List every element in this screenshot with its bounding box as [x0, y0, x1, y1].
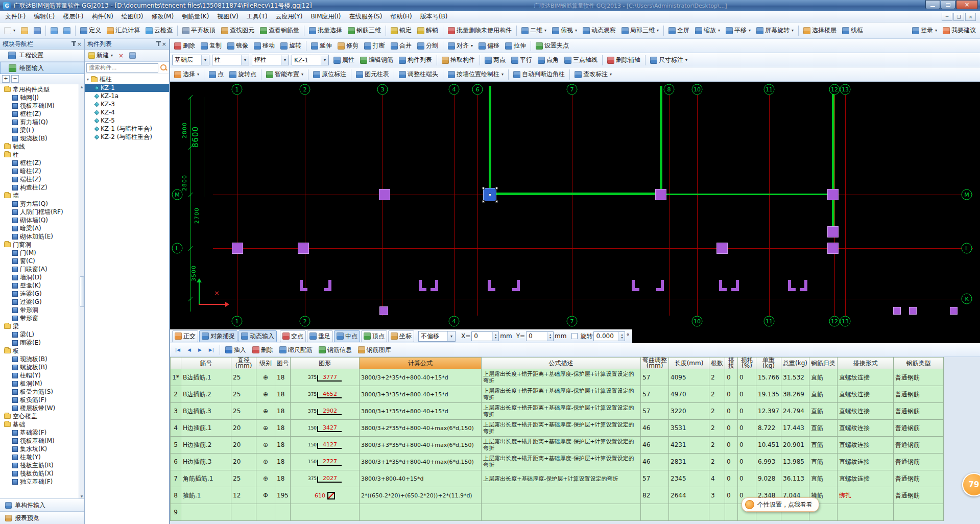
cell-bar-class[interactable]: 直筋 — [809, 437, 838, 454]
cell-figure[interactable]: 1504127 — [291, 437, 360, 454]
cell-bar-class[interactable]: 直筋 — [809, 420, 838, 437]
cell-bar-name[interactable]: 角筋插筋.1 — [181, 470, 231, 487]
tree-item[interactable]: 现浇板(B) — [1, 134, 78, 142]
stretch-button[interactable]: 拉伸 — [503, 39, 529, 52]
component-item[interactable]: KZ-3 — [85, 100, 169, 108]
grid-bubble[interactable]: M — [962, 189, 972, 200]
coordinate-button[interactable]: 坐标 — [388, 330, 414, 342]
cell-total-weight[interactable]: 20.901 — [781, 437, 809, 454]
cell-count[interactable]: 2 — [709, 369, 725, 386]
cell-figure[interactable]: 3753777 — [291, 369, 360, 386]
cell-length[interactable]: 4970 — [669, 386, 709, 403]
cell-lap[interactable]: 0 — [725, 454, 738, 470]
component-item[interactable]: KZ-1 — [85, 84, 169, 92]
cell-unit-weight[interactable]: 15.766 — [756, 369, 781, 386]
cell-grade[interactable]: ⊕ — [256, 437, 275, 454]
cell-grade[interactable]: Φ — [256, 487, 275, 504]
cell-bend-adjust[interactable]: 46 — [641, 420, 669, 437]
cell-formula-desc[interactable]: 上层露出长度+错开距离+基础厚度-保护层+计算设置设定的弯折 — [482, 403, 641, 420]
prev-row-button[interactable]: ◀ — [184, 345, 194, 354]
tree-item[interactable]: 柱墩(Y) — [1, 453, 78, 461]
grid-bubble[interactable]: 7 — [567, 316, 578, 327]
cell-grade[interactable]: ⊕ — [256, 403, 275, 420]
tree-folder[interactable]: 板 — [1, 347, 78, 355]
tree-item[interactable]: 砌体加筋(E) — [1, 232, 78, 241]
cell-diameter[interactable]: 12 — [231, 487, 256, 504]
grid-bubble[interactable]: 12 — [829, 316, 840, 327]
cell-figure-no[interactable]: 18 — [275, 403, 291, 420]
grid-bubble[interactable]: 6 — [472, 84, 483, 95]
component-combo[interactable]: KZ-1▾ — [292, 55, 329, 65]
cell-formula-desc[interactable]: 上层露出长度+错开距离+基础厚度-保护层+计算设置设定的弯折 — [482, 369, 641, 386]
wall-corner[interactable] — [300, 280, 307, 291]
shear-wall[interactable] — [662, 194, 833, 195]
rebar-row[interactable]: 9 — [171, 504, 944, 521]
menu-item[interactable]: 绘图(D) — [117, 11, 148, 22]
smart-layout-button[interactable]: 智能布置▾ — [264, 68, 306, 81]
rebar-row[interactable]: 1*B边插筋.125⊕1837537773800/3+2*35*d+800-40… — [171, 369, 944, 386]
tree-item[interactable]: 板洞(M) — [1, 379, 78, 388]
rebar-row[interactable]: 6H边插筋.320⊕1815027273800/3+1*35*d+800-40+… — [171, 454, 944, 470]
tree-item[interactable]: 现浇板(B) — [1, 355, 78, 363]
extend-button[interactable]: 延伸 — [308, 39, 334, 52]
copy-button[interactable]: 复制 — [198, 39, 224, 52]
cell-lap[interactable]: 0 — [725, 420, 738, 437]
insert-button[interactable]: 插入 — [223, 344, 249, 356]
cell-diameter[interactable]: 25 — [231, 403, 256, 420]
wall-corner[interactable] — [488, 280, 495, 291]
col-header-formula-desc[interactable]: 公式描述 — [482, 358, 641, 369]
col-header-lap[interactable]: 搭接 — [725, 358, 738, 369]
cell-bend-adjust[interactable]: 57 — [641, 470, 669, 487]
minimize-button[interactable] — [925, 0, 940, 9]
cell-steel-type[interactable]: 普通钢筋 — [894, 454, 944, 470]
tree-item[interactable]: 集水坑(K) — [1, 445, 78, 453]
cad-viewport[interactable]: × 123467810111213124710111213MLMLK280086… — [170, 82, 980, 329]
col-header-total-weight[interactable]: 总重(kg) — [781, 358, 809, 369]
cell-count[interactable]: 2 — [709, 437, 725, 454]
parallel-button[interactable]: 平行 — [509, 54, 535, 66]
cell-lap[interactable]: 0 — [725, 403, 738, 420]
cell-row-number[interactable]: 1* — [171, 369, 181, 386]
grid-bubble[interactable]: 13 — [840, 316, 851, 327]
cell-figure-no[interactable] — [275, 504, 291, 521]
x-input[interactable]: 0 ▴▾ — [471, 331, 499, 341]
last-row-button[interactable]: ▶| — [206, 345, 217, 354]
wireframe-button[interactable]: 线框 — [840, 24, 866, 37]
menu-item[interactable]: 版本号(B) — [416, 11, 452, 22]
cell-bar-name[interactable]: H边插筋.1 — [181, 420, 231, 437]
orbit-button[interactable]: 动态观察 — [580, 24, 618, 37]
grid-bubble[interactable]: 13 — [840, 84, 851, 95]
selected-column[interactable] — [483, 188, 496, 201]
grid-bubble[interactable]: 4 — [449, 316, 460, 327]
select-button[interactable]: 选择▾ — [172, 68, 202, 81]
col-header-bar-class[interactable]: 钢筋归类 — [809, 358, 838, 369]
tree-item[interactable]: 门(M) — [1, 249, 78, 257]
tree-item[interactable]: 螺旋板(B) — [1, 363, 78, 371]
cell-length[interactable] — [669, 504, 709, 521]
cell-bend-adjust[interactable] — [641, 504, 669, 521]
tree-folder[interactable]: 墙 — [1, 192, 78, 200]
delete-row-button[interactable]: 删除 — [250, 344, 276, 356]
point-angle-button[interactable]: 点角 — [535, 54, 561, 66]
feedback-button[interactable]: 我要建议 — [940, 24, 978, 37]
wall-corner[interactable] — [512, 280, 520, 291]
next-row-button[interactable]: ▶ — [195, 345, 205, 354]
cell-count[interactable]: 2 — [709, 386, 725, 403]
cell-bar-name[interactable]: B边插筋.2 — [181, 386, 231, 403]
cell-figure[interactable]: 1503427 — [291, 420, 360, 437]
col-header-bend-adjust[interactable]: 弯曲调整(mm) — [641, 358, 669, 369]
wall-corner[interactable] — [431, 280, 438, 291]
cell-lap-type[interactable]: 直螺纹连接 — [838, 470, 894, 487]
dynamic-input-button[interactable]: 动态输入 — [238, 330, 277, 342]
tree-item[interactable]: 墙洞(D) — [1, 273, 78, 281]
cell-figure[interactable] — [291, 504, 360, 521]
grid-bubble[interactable]: 7 — [567, 84, 578, 95]
cell-bend-adjust[interactable]: 46 — [641, 437, 669, 454]
tree-item[interactable]: 柱帽(Y) — [1, 371, 78, 379]
col-header-formula[interactable]: 计算公式 — [360, 358, 482, 369]
col-header-row-number[interactable] — [171, 358, 181, 369]
new-file-button[interactable]: ▾ — [2, 25, 18, 36]
vertex-button[interactable]: 顶点 — [361, 330, 387, 342]
batch-select-button[interactable]: 批量选择 — [306, 24, 345, 37]
column-element[interactable] — [909, 307, 917, 315]
